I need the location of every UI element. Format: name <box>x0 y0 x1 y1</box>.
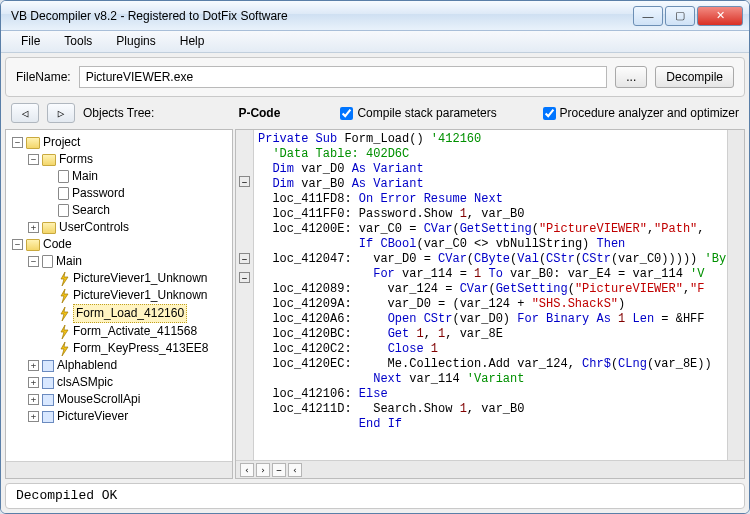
code-area[interactable]: Private Sub Form_Load() '412160 'Data Ta… <box>254 130 727 460</box>
module-icon <box>42 360 54 372</box>
maximize-button[interactable]: ▢ <box>665 6 695 26</box>
compile-stack-checkbox[interactable]: Compile stack parameters <box>340 106 496 120</box>
titlebar: VB Decompiler v8.2 - Registered to DotFi… <box>1 1 749 31</box>
event-icon <box>58 325 70 339</box>
tree-mod[interactable]: MouseScrollApi <box>57 391 140 408</box>
module-icon <box>42 411 54 423</box>
folder-icon <box>42 222 56 234</box>
fold-marker[interactable]: − <box>239 253 250 264</box>
filename-input[interactable] <box>79 66 608 88</box>
module-icon <box>42 394 54 406</box>
form-icon <box>58 187 69 200</box>
code-vscrollbar[interactable] <box>727 130 744 460</box>
procedure-analyzer-checkbox[interactable]: Procedure analyzer and optimizer <box>543 106 739 120</box>
menu-help[interactable]: Help <box>168 31 217 52</box>
tool-prev[interactable]: ‹ <box>288 463 302 477</box>
code-heading: P-Code <box>238 106 300 120</box>
tree-method[interactable]: Form_Activate_411568 <box>73 323 197 340</box>
tree-project[interactable]: Project <box>43 134 80 151</box>
event-icon <box>58 272 70 286</box>
code-fold-gutter: − − − <box>236 130 254 460</box>
tree-mod[interactable]: clsASMpic <box>57 374 113 391</box>
nav-row: ◁ ▷ Objects Tree: P-Code Compile stack p… <box>5 101 745 125</box>
fold-marker[interactable]: − <box>239 176 250 187</box>
fold-marker[interactable]: − <box>239 272 250 283</box>
tree-mod[interactable]: PictureViever <box>57 408 128 425</box>
menubar: File Tools Plugins Help <box>1 31 749 53</box>
browse-button[interactable]: ... <box>615 66 647 88</box>
form-icon <box>58 204 69 217</box>
nav-back-button[interactable]: ◁ <box>11 103 39 123</box>
status-bar: Decompiled OK <box>5 483 745 509</box>
file-row: FileName: ... Decompile <box>5 57 745 97</box>
tree-method[interactable]: PictureViever1_Unknown <box>73 270 208 287</box>
tree-method-selected[interactable]: Form_Load_412160 <box>73 304 187 323</box>
menu-file[interactable]: File <box>9 31 52 52</box>
tree-method[interactable]: Form_KeyPress_413EE8 <box>73 340 208 357</box>
window-title: VB Decompiler v8.2 - Registered to DotFi… <box>7 9 633 23</box>
form-icon <box>58 170 69 183</box>
code-content: Private Sub Form_Load() '412160 'Data Ta… <box>254 130 727 434</box>
module-icon <box>42 255 53 268</box>
tree-main[interactable]: Main <box>56 253 82 270</box>
tree-hscrollbar[interactable] <box>6 461 232 478</box>
tree-form-main[interactable]: Main <box>72 168 98 185</box>
objects-tree[interactable]: −Project −Forms Main Password Search +Us… <box>5 129 233 479</box>
code-icon <box>26 239 40 251</box>
window: VB Decompiler v8.2 - Registered to DotFi… <box>0 0 750 514</box>
nav-forward-button[interactable]: ▷ <box>47 103 75 123</box>
minimize-button[interactable]: — <box>633 6 663 26</box>
tree-forms[interactable]: Forms <box>59 151 93 168</box>
tree-mod[interactable]: Alphablend <box>57 357 117 374</box>
tool-collapse[interactable]: − <box>272 463 286 477</box>
close-button[interactable]: ✕ <box>697 6 743 26</box>
event-icon <box>58 307 70 321</box>
folder-icon <box>42 154 56 166</box>
menu-plugins[interactable]: Plugins <box>104 31 167 52</box>
tree-method[interactable]: PictureViever1_Unknown <box>73 287 208 304</box>
event-icon <box>58 289 70 303</box>
code-panel: − − − Private Sub Form_Load() '412160 'D… <box>235 129 745 479</box>
objects-tree-label: Objects Tree: <box>83 106 166 120</box>
event-icon <box>58 342 70 356</box>
tree-form-search[interactable]: Search <box>72 202 110 219</box>
decompile-button[interactable]: Decompile <box>655 66 734 88</box>
module-icon <box>42 377 54 389</box>
tree-usercontrols[interactable]: UserControls <box>59 219 129 236</box>
project-icon <box>26 137 40 149</box>
tool-next[interactable]: › <box>256 463 270 477</box>
tool-first[interactable]: ‹ <box>240 463 254 477</box>
tree-code[interactable]: Code <box>43 236 72 253</box>
menu-tools[interactable]: Tools <box>52 31 104 52</box>
tree-form-password[interactable]: Password <box>72 185 125 202</box>
filename-label: FileName: <box>16 70 71 84</box>
code-toolbar: ‹ › − ‹ <box>236 460 744 478</box>
